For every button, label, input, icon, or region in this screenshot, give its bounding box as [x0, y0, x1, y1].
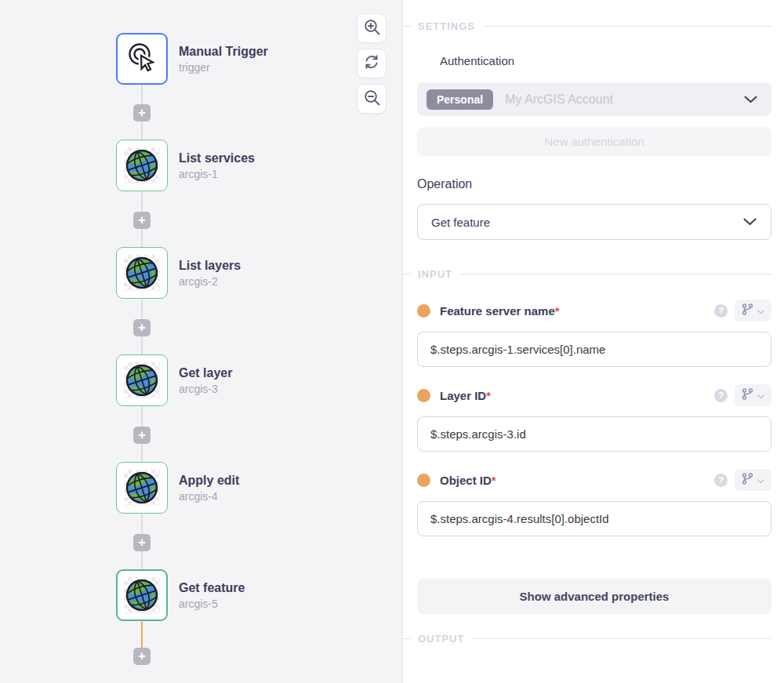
authentication-select[interactable]: Personal My ArcGIS Account — [417, 82, 771, 116]
workflow-node-apply-edit[interactable]: Apply edit arcgis-4 — [116, 462, 239, 514]
node-title: Get feature — [179, 581, 245, 595]
workflow-node-manual-trigger[interactable]: Manual Trigger trigger — [116, 33, 268, 85]
workflow-editor: Manual Trigger trigger List services arc… — [0, 0, 784, 683]
arcgis-globe-icon — [124, 577, 160, 613]
plus-icon: + — [138, 321, 146, 334]
workflow-node-get-layer[interactable]: Get layer arcgis-3 — [116, 354, 232, 406]
canvas-zoom-controls — [357, 13, 387, 114]
show-advanced-properties-button[interactable]: Show advanced properties — [417, 579, 771, 614]
field-label: Feature server name — [440, 304, 555, 318]
required-asterisk: * — [555, 304, 560, 318]
node-subtitle: arcgis-3 — [179, 383, 232, 395]
node-box[interactable] — [116, 140, 168, 191]
node-box[interactable] — [116, 33, 168, 85]
node-title: List layers — [179, 259, 241, 273]
field-status-dot — [417, 474, 430, 487]
data-mapper-toggle[interactable] — [735, 384, 771, 406]
operation-select[interactable]: Get feature — [417, 204, 771, 240]
chevron-down-icon — [757, 303, 764, 318]
field-label: Object ID — [440, 474, 492, 487]
click-trigger-icon — [126, 42, 158, 76]
object-id-input[interactable]: $.steps.arcgis-4.results[0].objectId — [417, 501, 771, 536]
operation-label: Operation — [417, 177, 771, 191]
arcgis-globe-icon — [124, 362, 160, 398]
node-box[interactable] — [116, 569, 168, 621]
data-mapper-toggle[interactable] — [735, 300, 771, 322]
plus-icon: + — [138, 213, 146, 227]
node-subtitle: trigger — [179, 61, 268, 74]
node-box[interactable] — [116, 354, 168, 406]
step-settings-panel: SETTINGS Authentication Personal My ArcG… — [402, 0, 784, 683]
workflow-canvas[interactable]: Manual Trigger trigger List services arc… — [0, 0, 402, 683]
add-step-button[interactable]: + — [133, 427, 151, 444]
field-row-layer-id: Layer ID * ? — [417, 384, 771, 406]
node-subtitle: arcgis-1 — [179, 168, 255, 180]
plus-icon: + — [138, 428, 146, 441]
git-branch-icon — [742, 388, 753, 403]
field-status-dot — [417, 304, 430, 318]
layer-id-input[interactable]: $.steps.arcgis-3.id — [417, 416, 771, 452]
input-section-label: INPUT — [418, 268, 452, 280]
workflow-node-list-services[interactable]: List services arcgis-1 — [116, 140, 255, 191]
settings-section-label: SETTINGS — [418, 20, 475, 32]
zoom-in-icon — [363, 18, 380, 38]
field-row-feature-server-name: Feature server name * ? — [417, 300, 771, 322]
plus-icon: + — [138, 649, 146, 663]
node-subtitle: arcgis-5 — [179, 598, 245, 610]
zoom-out-icon — [363, 89, 380, 109]
add-step-button[interactable]: + — [133, 648, 151, 665]
data-mapper-toggle[interactable] — [735, 469, 771, 491]
zoom-out-button[interactable] — [357, 84, 387, 114]
add-step-button[interactable]: + — [133, 319, 151, 336]
field-row-object-id: Object ID * ? — [417, 469, 771, 491]
chevron-down-icon — [757, 388, 764, 402]
node-box[interactable] — [116, 462, 168, 514]
plus-icon: + — [138, 536, 146, 549]
output-section-header: OUTPUT — [403, 633, 772, 645]
plus-icon: + — [138, 106, 146, 119]
zoom-in-button[interactable] — [357, 13, 387, 43]
feature-server-name-input[interactable]: $.steps.arcgis-1.services[0].name — [417, 332, 771, 367]
add-step-button[interactable]: + — [133, 104, 151, 122]
required-asterisk: * — [486, 389, 491, 402]
node-title: List services — [179, 151, 255, 165]
connector-line-active — [141, 622, 143, 648]
node-title: Apply edit — [179, 474, 239, 488]
node-title: Manual Trigger — [179, 45, 268, 59]
new-authentication-button[interactable]: New authentication — [417, 127, 771, 156]
required-asterisk: * — [492, 474, 496, 487]
reset-zoom-button[interactable] — [357, 49, 387, 78]
authentication-type-badge: Personal — [426, 89, 493, 110]
authentication-label: Authentication — [440, 54, 771, 67]
arcgis-globe-icon — [124, 147, 160, 183]
workflow-node-get-feature[interactable]: Get feature arcgis-5 — [116, 569, 245, 621]
git-branch-icon — [742, 303, 753, 318]
node-subtitle: arcgis-4 — [179, 490, 239, 503]
chevron-down-icon — [743, 215, 757, 229]
output-section-label: OUTPUT — [418, 633, 464, 645]
node-subtitle: arcgis-2 — [179, 275, 241, 288]
authentication-value: My ArcGIS Account — [505, 93, 744, 107]
chevron-down-icon — [744, 93, 757, 107]
operation-value: Get feature — [431, 216, 743, 229]
settings-section-header: SETTINGS — [403, 20, 772, 32]
help-icon[interactable]: ? — [714, 389, 728, 402]
arcgis-globe-icon — [124, 255, 160, 291]
help-icon[interactable]: ? — [714, 304, 728, 318]
help-icon[interactable]: ? — [714, 474, 728, 487]
node-box[interactable] — [116, 247, 168, 299]
add-step-button[interactable]: + — [133, 212, 151, 229]
git-branch-icon — [742, 473, 753, 488]
workflow-node-list-layers[interactable]: List layers arcgis-2 — [116, 247, 241, 299]
reset-zoom-icon — [363, 53, 380, 74]
add-step-button[interactable]: + — [133, 534, 151, 551]
field-label: Layer ID — [440, 389, 486, 402]
input-section-header: INPUT — [403, 268, 772, 280]
field-status-dot — [417, 389, 430, 402]
chevron-down-icon — [757, 473, 764, 487]
node-title: Get layer — [179, 366, 232, 380]
arcgis-globe-icon — [124, 470, 160, 506]
